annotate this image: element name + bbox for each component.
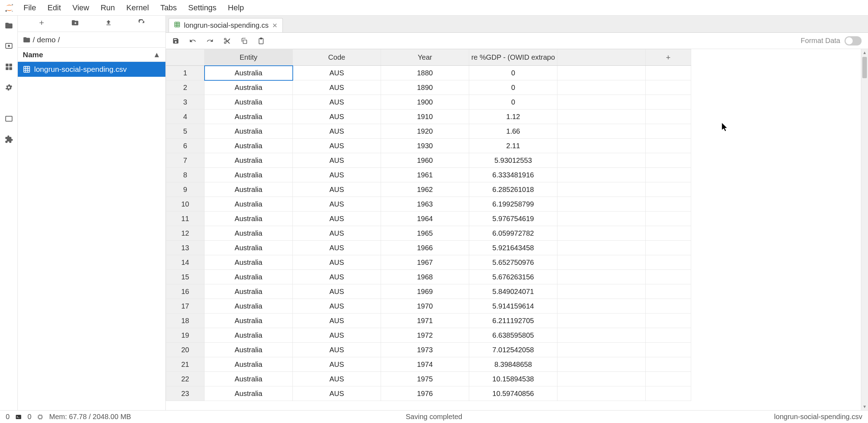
format-data-toggle[interactable]: Format Data [801, 36, 862, 45]
menu-help[interactable]: Help [222, 0, 250, 15]
cell[interactable]: AUS [293, 299, 381, 314]
cell[interactable]: 1910 [381, 109, 469, 124]
cell[interactable]: 1969 [381, 284, 469, 299]
cell-empty[interactable] [646, 95, 691, 109]
table-row[interactable]: 7AustraliaAUS19605.93012553 [166, 153, 691, 168]
cell[interactable]: Australia [205, 197, 293, 212]
cell[interactable]: AUS [293, 80, 381, 95]
table-row[interactable]: 2AustraliaAUS18900 [166, 80, 691, 95]
cell[interactable]: 6.333481916 [469, 168, 557, 182]
redo-button[interactable] [206, 37, 213, 44]
table-row[interactable]: 11AustraliaAUS19645.976754619 [166, 212, 691, 226]
cell[interactable]: AUS [293, 270, 381, 284]
data-grid[interactable]: Entity Code Year re %GDP - (OWID extrapo… [166, 49, 691, 401]
cell[interactable]: 6.059972782 [469, 226, 557, 241]
cell[interactable]: 6.211192705 [469, 314, 557, 328]
cell[interactable]: Australia [205, 212, 293, 226]
cell[interactable]: 5.676263156 [469, 270, 557, 284]
cell[interactable]: AUS [293, 66, 381, 80]
cell[interactable]: AUS [293, 95, 381, 109]
row-number[interactable]: 7 [166, 153, 205, 168]
cell-empty[interactable] [557, 328, 646, 343]
cell[interactable]: Australia [205, 241, 293, 255]
row-number[interactable]: 21 [166, 357, 205, 372]
row-number[interactable]: 20 [166, 343, 205, 357]
cell[interactable]: Australia [205, 343, 293, 357]
cell[interactable]: 7.012542058 [469, 343, 557, 357]
cell-empty[interactable] [557, 299, 646, 314]
cell-empty[interactable] [646, 284, 691, 299]
cell[interactable]: 5.849024071 [469, 284, 557, 299]
table-row[interactable]: 5AustraliaAUS19201.66 [166, 124, 691, 139]
folder-icon[interactable] [5, 21, 13, 30]
breadcrumb-item[interactable]: demo [37, 36, 56, 44]
cell[interactable]: AUS [293, 226, 381, 241]
table-row[interactable]: 19AustraliaAUS19726.638595805 [166, 328, 691, 343]
cell-empty[interactable] [557, 182, 646, 197]
cell-empty[interactable] [646, 241, 691, 255]
status-kernels-count[interactable]: 0 [27, 413, 31, 421]
cell[interactable]: Australia [205, 124, 293, 139]
row-number[interactable]: 3 [166, 95, 205, 109]
cell[interactable]: Australia [205, 153, 293, 168]
cell[interactable]: AUS [293, 255, 381, 270]
table-row[interactable]: 1AustraliaAUS18800 [166, 66, 691, 80]
cell-empty[interactable] [557, 153, 646, 168]
table-row[interactable]: 21AustraliaAUS19748.39848658 [166, 357, 691, 372]
vertical-scrollbar[interactable]: ▲ ▼ [861, 49, 868, 410]
cell-empty[interactable] [557, 66, 646, 80]
cell-empty[interactable] [646, 343, 691, 357]
cell[interactable]: 1974 [381, 357, 469, 372]
cell[interactable]: Australia [205, 139, 293, 153]
row-number[interactable]: 8 [166, 168, 205, 182]
menu-file[interactable]: File [18, 0, 42, 15]
cell[interactable]: 1976 [381, 386, 469, 401]
cell[interactable]: Australia [205, 255, 293, 270]
cell-empty[interactable] [646, 314, 691, 328]
extensions-icon[interactable] [5, 135, 13, 144]
cell[interactable]: 1.12 [469, 109, 557, 124]
row-number[interactable]: 13 [166, 241, 205, 255]
column-header-year[interactable]: Year [381, 49, 469, 66]
menu-kernel[interactable]: Kernel [121, 0, 155, 15]
cell-empty[interactable] [557, 357, 646, 372]
cell[interactable]: 1967 [381, 255, 469, 270]
cell-empty[interactable] [557, 255, 646, 270]
table-row[interactable]: 14AustraliaAUS19675.652750976 [166, 255, 691, 270]
cell[interactable]: AUS [293, 343, 381, 357]
cell[interactable]: 1900 [381, 95, 469, 109]
cell-empty[interactable] [646, 197, 691, 212]
status-terminals-count[interactable]: 0 [6, 413, 10, 421]
running-terminals-icon[interactable] [5, 42, 13, 50]
row-number[interactable]: 2 [166, 80, 205, 95]
cell[interactable]: 1890 [381, 80, 469, 95]
breadcrumb[interactable]: / demo / [18, 32, 165, 48]
cell[interactable]: Australia [205, 168, 293, 182]
cell[interactable]: AUS [293, 212, 381, 226]
cell[interactable]: 2.11 [469, 139, 557, 153]
cell[interactable]: AUS [293, 328, 381, 343]
cell-empty[interactable] [557, 212, 646, 226]
cell[interactable]: Australia [205, 109, 293, 124]
new-launcher-button[interactable] [35, 17, 49, 30]
cell[interactable]: AUS [293, 153, 381, 168]
cell-empty[interactable] [557, 241, 646, 255]
sort-ascending-icon[interactable]: ▲ [153, 50, 160, 59]
cell[interactable]: 1968 [381, 270, 469, 284]
cell-empty[interactable] [646, 66, 691, 80]
file-row-csv[interactable]: longrun-social-spending.csv [18, 62, 165, 77]
table-row[interactable]: 4AustraliaAUS19101.12 [166, 109, 691, 124]
cell[interactable]: 1960 [381, 153, 469, 168]
cell[interactable]: 6.285261018 [469, 182, 557, 197]
menu-tabs[interactable]: Tabs [155, 0, 182, 15]
cell[interactable]: 1965 [381, 226, 469, 241]
cell-empty[interactable] [557, 168, 646, 182]
cell-empty[interactable] [557, 124, 646, 139]
cell[interactable]: 10.59740856 [469, 386, 557, 401]
cell-empty[interactable] [646, 357, 691, 372]
cell[interactable]: AUS [293, 168, 381, 182]
terminal-icon[interactable] [15, 414, 22, 420]
cell-empty[interactable] [646, 109, 691, 124]
menu-edit[interactable]: Edit [42, 0, 67, 15]
cell[interactable]: 8.39848658 [469, 357, 557, 372]
